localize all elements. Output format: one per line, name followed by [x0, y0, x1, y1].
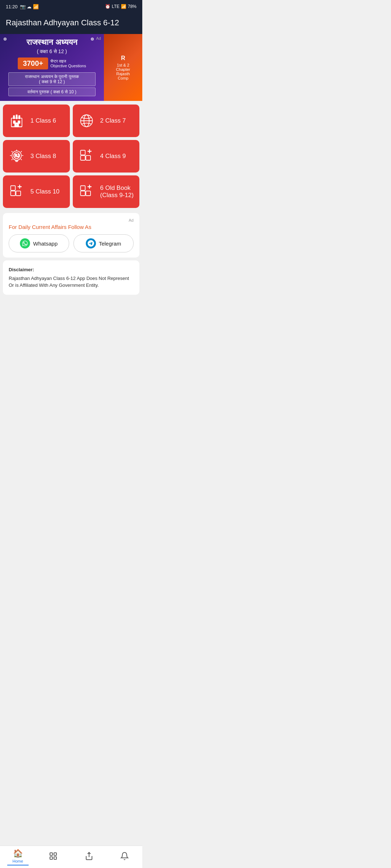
svg-rect-35 [54, 853, 56, 855]
banner-container[interactable]: Ad राजस्थान अध्ययन ( कक्षा 6 से 12 ) 370… [0, 34, 142, 101]
battery-label: 78% [128, 4, 136, 9]
telegram-label: Telegram [99, 241, 121, 247]
nav-grid[interactable] [35, 849, 71, 865]
svg-rect-30 [86, 191, 91, 196]
banner-count: 3700+ [18, 58, 48, 69]
nav-share[interactable] [71, 849, 107, 865]
card-class8-icon: RJ [8, 148, 25, 165]
nav-notifications[interactable] [107, 849, 142, 865]
telegram-button[interactable]: Telegram [73, 234, 134, 252]
card-class8-label: 3 Class 8 [30, 153, 56, 160]
card-oldbook-label: 6 Old Book (Class 9-12) [100, 184, 135, 199]
banner-side-r: R [121, 55, 125, 61]
banner-side-rajasth: Rajasth [116, 72, 130, 76]
page-title: Rajasthan Adhyayan Class 6-12 [6, 18, 119, 27]
svg-rect-24 [11, 191, 16, 196]
lte-label: LTE [112, 4, 119, 9]
banner-title-hindi: राजस्थान अध्ययन [26, 38, 77, 47]
card-class9-label: 4 Class 9 [100, 153, 126, 160]
bell-icon [120, 852, 129, 863]
svg-rect-34 [50, 853, 52, 855]
disclaimer-text: Rajasthan Adhyayan Class 6-12 App Does N… [9, 275, 134, 289]
banner-subtitle-hindi: ( कक्षा 6 से 12 ) [37, 48, 67, 55]
share-icon [85, 852, 93, 863]
page-header: Rajasthan Adhyayan Class 6-12 [0, 13, 142, 34]
svg-rect-19 [80, 156, 85, 160]
card-class8[interactable]: RJ 3 Class 8 [3, 140, 70, 173]
banner-side-1st2nd: 1st & 2 [117, 63, 129, 67]
ad-label: Ad [9, 218, 134, 222]
banner-ad-badge: Ad [96, 36, 101, 41]
svg-rect-25 [16, 191, 21, 196]
svg-rect-26 [11, 186, 16, 191]
banner-side-chapter: Chapter [116, 67, 130, 72]
svg-rect-29 [80, 191, 85, 196]
whatsapp-label: Whatsapp [33, 241, 58, 247]
svg-rect-3 [13, 115, 15, 119]
svg-rect-20 [86, 156, 91, 160]
card-class6[interactable]: 1 Class 6 [3, 105, 70, 137]
card-class9[interactable]: 4 Class 9 [73, 140, 140, 173]
whatsapp-button[interactable]: Whatsapp [9, 234, 69, 252]
ad-buttons: Whatsapp Telegram [9, 234, 134, 252]
nav-active-indicator [7, 865, 29, 865]
card-class7-icon [78, 112, 95, 129]
card-class7[interactable]: 2 Class 7 [73, 105, 140, 137]
svg-rect-21 [80, 150, 85, 155]
svg-rect-37 [54, 857, 56, 859]
notification-icons: 📷 ☁ 📶 [20, 4, 39, 9]
wifi-icon: 📶 [121, 4, 126, 9]
card-class10-icon [8, 183, 25, 200]
svg-rect-31 [80, 186, 85, 191]
nav-home[interactable]: 🏠 Home [0, 846, 35, 868]
svg-text:RJ: RJ [15, 154, 20, 158]
banner-highlight-row: 3700+ चैप्टर वाइजObjective Questions [18, 58, 86, 69]
banner-side: R 1st & 2 Chapter Rajasth Comp [104, 34, 142, 101]
status-right: ⏰ LTE 📶 78% [105, 4, 136, 9]
status-left: 11:20 📷 ☁ 📶 [6, 4, 39, 9]
disclaimer-title: Disclaimer: [9, 266, 134, 273]
whatsapp-icon [20, 238, 30, 248]
svg-rect-5 [16, 115, 17, 119]
card-class6-icon [8, 112, 25, 129]
card-oldbook[interactable]: 6 Old Book (Class 9-12) [73, 175, 140, 208]
svg-rect-4 [19, 115, 20, 119]
alarm-icon: ⏰ [105, 4, 110, 9]
card-class10-label: 5 Class 10 [30, 188, 59, 195]
card-oldbook-icon [78, 183, 95, 200]
ad-section: Ad For Daily Current Affairs Follow As W… [3, 213, 139, 258]
grid-container: 1 Class 6 2 Class 7 [0, 101, 142, 212]
banner-desc1: राजस्थान अध्ययन के पुरानी पुस्तक( कक्षा … [8, 72, 95, 86]
card-class10[interactable]: 5 Class 10 [3, 175, 70, 208]
disclaimer-section: Disclaimer: Rajasthan Adhyayan Class 6-1… [3, 260, 139, 295]
nav-home-label: Home [12, 859, 23, 863]
banner-main: Ad राजस्थान अध्ययन ( कक्षा 6 से 12 ) 370… [0, 34, 104, 101]
home-icon: 🏠 [13, 849, 23, 858]
bottom-nav: 🏠 Home [0, 846, 142, 868]
banner-dot-left [4, 38, 7, 41]
card-class6-label: 1 Class 6 [30, 117, 56, 124]
banner-obj-label: चैप्टर वाइजObjective Questions [50, 59, 86, 68]
svg-rect-36 [50, 857, 52, 859]
telegram-icon [86, 238, 96, 248]
banner-side-comp: Comp [118, 76, 128, 80]
ad-title: For Daily Current Affairs Follow As [9, 224, 134, 230]
status-bar: 11:20 📷 ☁ 📶 ⏰ LTE 📶 78% [0, 0, 142, 13]
card-class9-icon [78, 148, 95, 165]
grid-icon [49, 852, 58, 863]
banner-dot-right [91, 38, 94, 41]
svg-point-8 [16, 124, 17, 125]
card-class7-label: 2 Class 7 [100, 117, 126, 124]
banner-desc2: वर्तमान पुस्तक ( कक्षा 6 से 10 ) [8, 88, 95, 96]
time: 11:20 [6, 4, 18, 9]
